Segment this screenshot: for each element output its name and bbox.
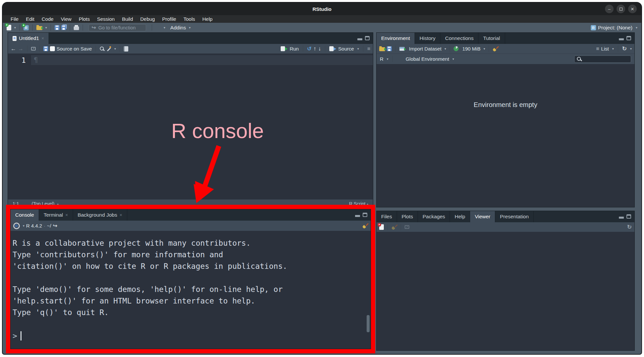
console-prompt-row[interactable]: > <box>13 331 371 340</box>
tab-terminal[interactable]: Terminal × <box>39 209 73 221</box>
maximize-button[interactable] <box>617 5 625 13</box>
document-outline-icon[interactable]: ≡ <box>367 46 370 52</box>
tab-tutorial[interactable]: Tutorial <box>478 33 505 44</box>
pane-layout-caret-icon[interactable]: ▾ <box>164 26 165 29</box>
rerun-icon[interactable]: ↺ <box>307 46 311 52</box>
menu-file[interactable]: File <box>8 16 21 22</box>
maximize-pane-icon[interactable] <box>365 36 370 40</box>
run-icon[interactable] <box>281 46 285 51</box>
pane-layout-icon[interactable] <box>156 25 161 30</box>
file-type-selector[interactable]: R Script <box>349 201 366 206</box>
tab-help[interactable]: Help <box>450 211 470 222</box>
cursor-position: 1:1 <box>13 201 19 206</box>
menu-build[interactable]: Build <box>119 16 136 22</box>
r-file-icon: R <box>13 36 17 41</box>
close-tab-icon[interactable]: × <box>119 212 122 218</box>
new-file-caret-icon[interactable]: ▾ <box>14 26 16 29</box>
save-workspace-icon[interactable] <box>387 46 392 51</box>
language-selector[interactable]: R <box>380 56 383 62</box>
run-next-icon[interactable]: ↓ <box>318 46 321 52</box>
menu-session[interactable]: Session <box>94 16 118 22</box>
memory-usage-label[interactable]: 190 MiB <box>462 46 480 52</box>
console-scrollbar-thumb[interactable] <box>367 315 370 332</box>
clear-viewer-icon[interactable]: × <box>379 224 384 230</box>
addins-button[interactable]: Addins <box>170 25 186 31</box>
r-logo-icon[interactable]: R <box>13 223 20 229</box>
close-tab-icon[interactable]: × <box>65 212 68 218</box>
tab-history[interactable]: History <box>415 33 440 44</box>
menu-profile[interactable]: Profile <box>159 16 179 22</box>
menu-edit[interactable]: Edit <box>23 16 37 22</box>
close-tab-icon[interactable]: × <box>41 36 44 41</box>
refresh-icon[interactable]: ↻ <box>622 45 627 52</box>
menu-debug[interactable]: Debug <box>137 16 158 22</box>
environment-search-box[interactable] <box>574 55 631 63</box>
open-file-caret-icon[interactable]: ▾ <box>45 26 47 29</box>
tab-connections[interactable]: Connections <box>440 33 478 44</box>
source-on-save-checkbox[interactable] <box>50 46 55 51</box>
tab-packages[interactable]: Packages <box>418 211 450 222</box>
maximize-pane-icon[interactable] <box>626 214 631 219</box>
run-previous-icon[interactable]: ↑ <box>313 46 316 52</box>
r-version-caret-icon[interactable]: ▾ <box>23 224 24 228</box>
save-all-icon[interactable] <box>61 25 66 30</box>
print-icon[interactable] <box>74 26 79 30</box>
menu-help[interactable]: Help <box>199 16 216 22</box>
menu-tools[interactable]: Tools <box>181 16 198 22</box>
console-output[interactable]: R is a collaborative project with many c… <box>11 231 371 349</box>
save-source-icon[interactable] <box>43 46 48 51</box>
project-selector[interactable]: Project: (None) <box>598 25 632 31</box>
clear-all-viewer-icon[interactable] <box>391 224 397 230</box>
show-in-new-window-icon[interactable]: ↗ <box>405 225 409 229</box>
source-icon[interactable] <box>329 46 334 51</box>
forward-icon[interactable]: → <box>18 46 23 52</box>
code-tools-icon[interactable] <box>106 46 111 52</box>
import-dataset-button[interactable]: Import Dataset <box>409 46 441 52</box>
plus-badge-icon: + <box>22 23 25 27</box>
menu-code[interactable]: Code <box>39 16 57 22</box>
tab-viewer[interactable]: Viewer <box>470 211 495 222</box>
minimize-pane-icon[interactable] <box>355 215 360 217</box>
maximize-pane-icon[interactable] <box>626 36 631 40</box>
environment-scope-selector[interactable]: Global Environment <box>406 56 449 62</box>
minimize-pane-icon[interactable] <box>619 38 624 40</box>
clear-objects-icon[interactable] <box>493 46 498 52</box>
open-file-icon[interactable] <box>36 26 42 30</box>
new-file-icon[interactable]: + <box>7 25 11 30</box>
minimize-button[interactable]: – <box>605 5 614 13</box>
goto-file-function-box[interactable]: ↪ <box>89 24 146 31</box>
tab-background-jobs[interactable]: Background Jobs × <box>73 209 127 221</box>
go-to-directory-icon[interactable]: ↪ <box>53 223 57 229</box>
compile-report-icon[interactable] <box>124 46 128 52</box>
save-icon[interactable] <box>55 25 60 30</box>
show-in-new-window-icon[interactable]: ↗ <box>31 47 36 51</box>
source-caret-icon[interactable]: ▾ <box>357 47 359 51</box>
close-button[interactable]: ✕ <box>628 5 637 13</box>
minimize-pane-icon[interactable] <box>619 217 624 219</box>
scope-selector[interactable]: (Top Level) <box>31 201 54 206</box>
tab-untitled1[interactable]: R Untitled1 × <box>8 33 49 44</box>
code-editor[interactable]: 1 ¶ <box>8 54 373 199</box>
plus-badge-icon: + <box>5 23 9 27</box>
menu-view[interactable]: View <box>58 16 74 22</box>
tab-presentation[interactable]: Presentation <box>495 211 534 222</box>
environment-search-input[interactable] <box>583 56 629 62</box>
tab-plots[interactable]: Plots <box>397 211 418 222</box>
list-view-selector[interactable]: List <box>601 46 609 52</box>
back-icon[interactable]: ← <box>11 46 16 52</box>
find-replace-icon[interactable] <box>100 46 104 51</box>
menu-plots[interactable]: Plots <box>76 16 93 22</box>
load-workspace-icon[interactable] <box>379 47 385 51</box>
tab-environment[interactable]: Environment <box>377 33 415 44</box>
new-project-icon[interactable]: R+ <box>23 25 29 30</box>
refresh-viewer-icon[interactable]: ↻ <box>627 224 632 231</box>
minimize-pane-icon[interactable] <box>357 38 362 40</box>
maximize-pane-icon[interactable] <box>363 213 367 217</box>
source-button[interactable]: Source <box>338 46 354 52</box>
import-dataset-icon[interactable] <box>399 47 405 51</box>
goto-file-function-input[interactable] <box>98 25 160 30</box>
tab-files[interactable]: Files <box>377 211 397 222</box>
run-button[interactable]: Run <box>290 46 299 52</box>
clear-console-icon[interactable] <box>362 223 368 229</box>
tab-console[interactable]: Console <box>11 209 39 221</box>
